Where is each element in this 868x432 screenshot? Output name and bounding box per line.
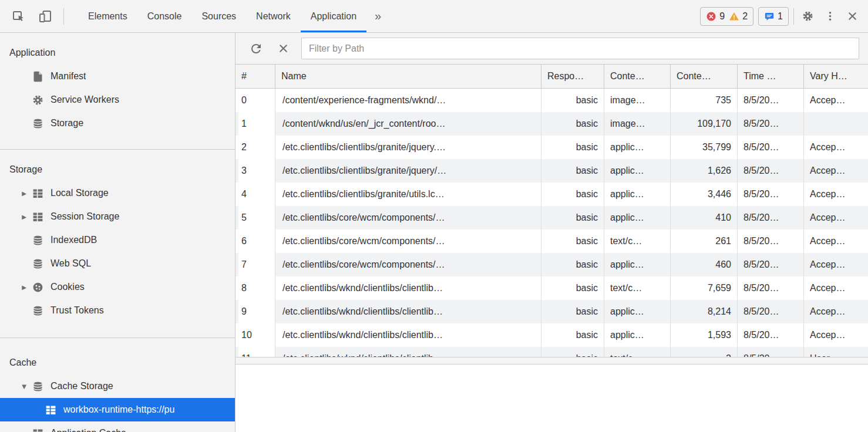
application-sidebar: Application Manifest Service Workers Sto… (0, 33, 235, 432)
table-icon (43, 403, 58, 417)
toolbar-divider (793, 8, 794, 25)
column-header-vary-header[interactable]: Vary H… (804, 65, 868, 88)
cache-table-body: 0 /content/experience-fragments/wknd/… b… (235, 89, 868, 357)
message-icon (764, 11, 775, 22)
more-options-button[interactable] (821, 8, 839, 25)
close-icon (846, 10, 859, 22)
sidebar-item-indexeddb[interactable]: IndexedDB (0, 228, 235, 252)
refresh-button[interactable] (247, 40, 265, 58)
table-row[interactable]: 11 /etc.clientlibs/wknd/clientlibs/clien… (235, 347, 868, 357)
gear-icon (31, 93, 45, 107)
error-count: 9 (719, 11, 725, 22)
sidebar-item-cache-storage[interactable]: ▼ Cache Storage (0, 374, 235, 398)
tab-elements[interactable]: Elements (78, 0, 137, 32)
gear-icon (802, 10, 814, 22)
toggle-device-toolbar-button[interactable] (36, 8, 54, 25)
section-title: Storage (0, 158, 235, 181)
clear-x-icon (277, 42, 290, 55)
table-row[interactable]: 0 /content/experience-fragments/wknd/… b… (235, 89, 868, 112)
section-title: Application (0, 41, 235, 65)
table-icon (31, 426, 45, 432)
cache-storage-panel: # Name Respo… Conte… Conte… Time … Vary … (235, 33, 868, 432)
table-row[interactable]: 6 /etc.clientlibs/core/wcm/components/… … (235, 230, 868, 253)
chevron-right-icon[interactable]: ▶ (18, 284, 31, 291)
column-header-content-length[interactable]: Conte… (671, 65, 738, 88)
kebab-menu-icon (824, 10, 836, 22)
more-tabs-button[interactable]: » (366, 0, 389, 32)
cache-table-header: # Name Respo… Conte… Conte… Time … Vary … (235, 65, 868, 89)
sidebar-item-application-cache[interactable]: Application Cache (0, 421, 235, 432)
table-row[interactable]: 9 /etc.clientlibs/wknd/clientlibs/client… (235, 300, 868, 323)
database-icon (31, 116, 45, 130)
table-row[interactable]: 5 /etc.clientlibs/core/wcm/components/… … (235, 206, 868, 230)
database-icon (31, 233, 45, 247)
section-title: Cache (0, 351, 235, 374)
column-header-content-type[interactable]: Conte… (604, 65, 671, 88)
sidebar-item-cookies[interactable]: ▶ Cookies (0, 275, 235, 299)
sidebar-item-service-workers[interactable]: Service Workers (0, 88, 235, 112)
tabbar-left-tools (0, 0, 70, 32)
warning-badge: 2 (729, 11, 748, 22)
tab-console[interactable]: Console (137, 0, 192, 32)
warning-count: 2 (742, 11, 748, 22)
sidebar-item-manifest[interactable]: Manifest (0, 65, 235, 88)
message-count: 1 (778, 11, 783, 22)
table-row[interactable]: 4 /etc.clientlibs/clientlibs/granite/uti… (235, 183, 868, 206)
database-icon (31, 303, 45, 318)
refresh-icon (249, 42, 263, 56)
panel-tabs: Elements Console Sources Network Applica… (78, 0, 366, 32)
cookie-icon (31, 280, 45, 294)
inspect-icon (11, 9, 25, 23)
column-header-response-type[interactable]: Respo… (541, 65, 604, 88)
sidebar-item-web-sql[interactable]: Web SQL (0, 252, 235, 275)
table-row[interactable]: 2 /etc.clientlibs/clientlibs/granite/jqu… (235, 136, 868, 159)
table-row[interactable]: 7 /etc.clientlibs/core/wcm/components/… … (235, 253, 868, 276)
devtools-tabbar: Elements Console Sources Network Applica… (0, 0, 868, 33)
toolbar-divider (63, 8, 64, 25)
device-toolbar-icon (38, 9, 52, 23)
sidebar-section-application: Application Manifest Service Workers Sto… (0, 33, 235, 150)
settings-button[interactable] (799, 8, 816, 25)
table-row[interactable]: 10 /etc.clientlibs/wknd/clientlibs/clien… (235, 323, 868, 347)
table-row[interactable]: 3 /etc.clientlibs/clientlibs/granite/jqu… (235, 159, 868, 183)
table-row[interactable]: 8 /etc.clientlibs/wknd/clientlibs/client… (235, 276, 868, 300)
chevron-right-icon[interactable]: ▶ (18, 214, 31, 220)
sidebar-item-session-storage[interactable]: ▶ Session Storage (0, 205, 235, 228)
sidebar-item-local-storage[interactable]: ▶ Local Storage (0, 181, 235, 205)
filter-input[interactable] (301, 38, 859, 59)
column-header-index[interactable]: # (235, 65, 275, 88)
sidebar-section-storage: Storage ▶ Local Storage ▶ Session Storag… (0, 150, 235, 338)
database-icon (31, 256, 45, 271)
tab-sources[interactable]: Sources (191, 0, 246, 32)
tab-network[interactable]: Network (246, 0, 301, 32)
warning-icon (729, 11, 739, 22)
column-header-time-cached[interactable]: Time … (738, 65, 804, 88)
delete-selected-button[interactable] (274, 40, 292, 58)
error-badge: 9 (706, 11, 725, 22)
message-badge: 1 (764, 11, 783, 22)
close-devtools-button[interactable] (843, 8, 861, 25)
sidebar-section-cache: Cache ▼ Cache Storage workbox-runtime-ht… (0, 338, 235, 432)
error-icon (706, 11, 716, 22)
issues-badge-group[interactable]: 9 2 (700, 7, 753, 26)
messages-badge-group[interactable]: 1 (758, 7, 789, 26)
sidebar-item-trust-tokens[interactable]: Trust Tokens (0, 299, 235, 322)
sidebar-item-workbox-runtime-cache[interactable]: workbox-runtime-https://pu (0, 398, 235, 421)
table-row[interactable]: 1 /content/wknd/us/en/_jcr_content/roo… … (235, 112, 868, 136)
devtools-content: Application Manifest Service Workers Sto… (0, 33, 868, 432)
cache-toolbar (235, 33, 868, 65)
cache-entry-preview-pane (235, 365, 868, 432)
database-icon (31, 379, 45, 393)
tab-application[interactable]: Application (301, 0, 366, 32)
chevron-right-icon[interactable]: ▶ (18, 190, 31, 197)
inspect-element-button[interactable] (9, 8, 27, 25)
table-icon (31, 210, 45, 224)
sidebar-item-storage[interactable]: Storage (0, 112, 235, 135)
tabbar-right-tools: 9 2 1 (700, 0, 868, 32)
column-header-name[interactable]: Name (275, 65, 541, 88)
file-icon (31, 69, 45, 83)
table-icon (31, 186, 45, 200)
devtools-window: Elements Console Sources Network Applica… (0, 0, 868, 432)
chevron-down-icon[interactable]: ▼ (18, 383, 31, 390)
horizontal-scrollbar[interactable] (235, 357, 868, 365)
